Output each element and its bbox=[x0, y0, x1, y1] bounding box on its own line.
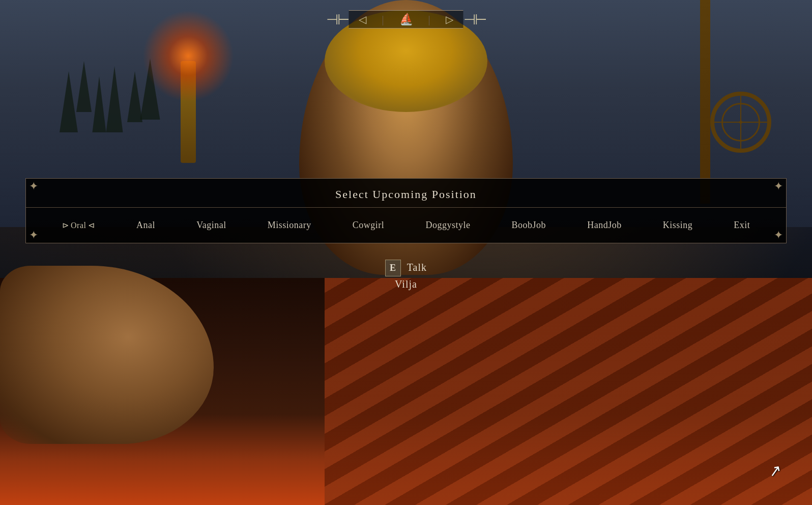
anal-label: Anal bbox=[136, 220, 155, 230]
hud-top-bar: ⊣⊢ ◁ | ⛵ | ▷ ⊣⊢ bbox=[326, 10, 485, 29]
npc-name-line: Vilja bbox=[385, 276, 427, 292]
hud-arrow-right: ▷ bbox=[446, 13, 453, 25]
npc-name: Vilja bbox=[395, 278, 417, 290]
hud-divider-2: | bbox=[428, 14, 430, 25]
ship-wheel bbox=[710, 92, 771, 153]
talk-action-text: Talk bbox=[407, 262, 427, 273]
option-cowgirl[interactable]: Cowgirl bbox=[344, 216, 393, 235]
position-select-dialog: ✦ ✦ ✦ ✦ Select Upcoming Position ⊳ Oral … bbox=[25, 178, 787, 243]
option-anal[interactable]: Anal bbox=[128, 216, 163, 235]
cowgirl-label: Cowgirl bbox=[353, 220, 385, 230]
corner-ornament-tr: ✦ bbox=[766, 174, 791, 199]
option-doggystyle[interactable]: Doggystyle bbox=[417, 216, 478, 235]
doggystyle-label: Doggystyle bbox=[425, 220, 470, 230]
option-kissing[interactable]: Kissing bbox=[655, 216, 701, 235]
handjob-label: HandJob bbox=[587, 220, 622, 230]
hud-divider-1: | bbox=[382, 14, 384, 25]
hud-ship-icon: ⛵ bbox=[399, 13, 413, 26]
option-vaginal[interactable]: Vaginal bbox=[188, 216, 234, 235]
dialog-box: ✦ ✦ ✦ ✦ Select Upcoming Position ⊳ Oral … bbox=[25, 178, 787, 243]
option-boobjob[interactable]: BoobJob bbox=[504, 216, 555, 235]
option-exit[interactable]: Exit bbox=[726, 216, 758, 235]
option-handjob[interactable]: HandJob bbox=[579, 216, 630, 235]
deck-planks bbox=[325, 278, 812, 505]
talk-action-line: E Talk bbox=[385, 260, 427, 276]
hud-bar: ◁ | ⛵ | ▷ bbox=[349, 10, 463, 29]
hud-right-bracket: ⊣⊢ bbox=[463, 11, 486, 28]
oral-label: Oral bbox=[71, 221, 86, 230]
arrow-left-icon: ⊳ bbox=[62, 220, 69, 230]
hud-left-bracket: ⊣⊢ bbox=[326, 11, 349, 28]
boobjob-label: BoobJob bbox=[512, 220, 546, 230]
dialog-options-list: ⊳ Oral ⊲ Anal Vaginal Missionary Cowgirl… bbox=[26, 208, 786, 243]
missionary-label: Missionary bbox=[268, 220, 311, 230]
option-oral-arrows: ⊳ Oral ⊲ bbox=[62, 220, 95, 230]
corner-ornament-bl: ✦ bbox=[21, 222, 46, 248]
talk-prompt: E Talk Vilja bbox=[385, 260, 427, 292]
talk-key-badge: E bbox=[385, 260, 401, 276]
ship-mast bbox=[700, 0, 710, 204]
option-oral[interactable]: ⊳ Oral ⊲ bbox=[54, 216, 103, 234]
torch-glow bbox=[142, 10, 234, 102]
corner-ornament-tl: ✦ bbox=[21, 174, 46, 199]
dialog-title: Select Upcoming Position bbox=[335, 188, 477, 201]
corner-ornament-br: ✦ bbox=[766, 222, 791, 248]
arrow-right-icon: ⊲ bbox=[88, 220, 95, 230]
dialog-title-area: Select Upcoming Position bbox=[26, 179, 786, 208]
vaginal-label: Vaginal bbox=[196, 220, 226, 230]
option-missionary[interactable]: Missionary bbox=[259, 216, 320, 235]
exit-label: Exit bbox=[734, 220, 750, 230]
kissing-label: Kissing bbox=[663, 220, 693, 230]
hud-arrow-left: ◁ bbox=[359, 13, 366, 25]
